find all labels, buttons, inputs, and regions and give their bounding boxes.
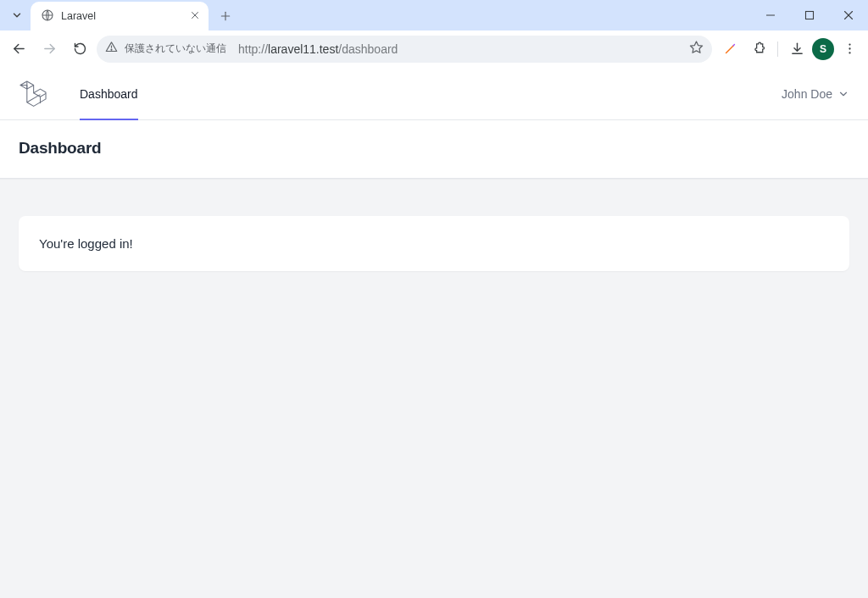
downloads-button[interactable]	[783, 36, 810, 63]
close-icon	[190, 10, 200, 20]
svg-marker-13	[690, 42, 702, 53]
warning-triangle-icon	[105, 41, 118, 53]
tab-title: Laravel	[61, 10, 183, 22]
chrome-menu-button[interactable]	[836, 36, 863, 63]
page-viewport: Dashboard John Doe Dashboard You're logg…	[0, 68, 868, 598]
svg-point-19	[849, 47, 850, 49]
profile-initial: S	[820, 43, 826, 55]
download-icon	[790, 42, 804, 56]
new-tab-button[interactable]	[214, 4, 237, 28]
minimize-button[interactable]	[751, 0, 790, 30]
maximize-icon	[804, 10, 815, 20]
browser-toolbar: 保護されていない通信 http://laravel11.test/dashboa…	[0, 30, 868, 68]
svg-point-12	[111, 49, 112, 50]
close-window-button[interactable]	[829, 0, 868, 30]
window-controls	[751, 0, 868, 30]
welcome-message: You're logged in!	[39, 236, 133, 251]
arrow-left-icon	[12, 42, 26, 56]
extension-button-1[interactable]	[716, 36, 743, 63]
plus-icon	[220, 10, 231, 22]
browser-tab-strip: Laravel	[0, 0, 868, 30]
minimize-icon	[765, 10, 776, 20]
arrow-right-icon	[42, 42, 57, 56]
browser-tab[interactable]: Laravel	[31, 2, 209, 30]
reload-button[interactable]	[66, 36, 93, 63]
puzzle-icon	[752, 42, 766, 56]
user-name-label: John Doe	[782, 87, 832, 101]
back-button[interactable]	[5, 36, 32, 63]
tabs-search-button[interactable]	[5, 3, 29, 27]
close-tab-button[interactable]	[190, 10, 200, 23]
chevron-down-icon	[11, 9, 23, 21]
svg-point-20	[849, 52, 850, 53]
separator	[777, 42, 778, 57]
svg-point-18	[849, 43, 850, 45]
app-logo[interactable]	[19, 68, 80, 119]
app-navbar: Dashboard John Doe	[0, 68, 868, 120]
star-icon	[689, 40, 704, 54]
svg-rect-6	[806, 12, 814, 19]
nav-link-dashboard[interactable]: Dashboard	[80, 68, 138, 120]
svg-line-14	[726, 46, 733, 53]
toolbar-actions: S	[716, 36, 863, 63]
profile-avatar[interactable]: S	[812, 38, 834, 60]
close-icon	[843, 10, 854, 20]
address-bar[interactable]: 保護されていない通信 http://laravel11.test/dashboa…	[97, 36, 712, 63]
maximize-button[interactable]	[790, 0, 829, 30]
bookmark-button[interactable]	[689, 40, 704, 58]
svg-line-15	[733, 45, 734, 46]
reload-icon	[73, 42, 87, 56]
url-text: http://laravel11.test/dashboard	[233, 42, 682, 56]
globe-icon	[41, 8, 54, 25]
page-content: You're logged in!	[0, 179, 868, 308]
user-menu-button[interactable]: John Doe	[782, 68, 849, 119]
laravel-logo-icon	[19, 80, 47, 108]
page-header: Dashboard	[0, 120, 868, 179]
security-warning-text: 保護されていない通信	[125, 42, 226, 56]
kebab-icon	[843, 42, 857, 56]
not-secure-icon	[105, 41, 118, 57]
wand-icon	[723, 42, 737, 56]
page-title: Dashboard	[19, 139, 849, 158]
welcome-card: You're logged in!	[19, 216, 849, 271]
extensions-button[interactable]	[745, 36, 772, 63]
chevron-down-icon	[837, 88, 849, 100]
nav-link-label: Dashboard	[80, 87, 138, 101]
forward-button[interactable]	[36, 36, 63, 63]
